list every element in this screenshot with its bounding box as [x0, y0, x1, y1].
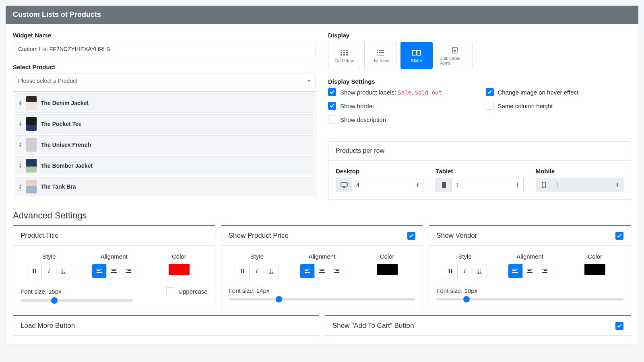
italic-button[interactable]: I — [250, 264, 264, 278]
align-center-button[interactable] — [315, 264, 329, 278]
font-size-slider[interactable] — [229, 298, 416, 300]
product-title-card: Product Title Style B I U — [13, 225, 215, 309]
svg-rect-0 — [341, 50, 342, 51]
product-name: The Denim Jacket — [41, 100, 89, 106]
grid-view-button[interactable]: Grid View — [328, 42, 360, 69]
widget-name-label: Widget Name — [13, 32, 316, 39]
align-right-button[interactable] — [537, 264, 552, 278]
card-title: Show Product Price — [229, 232, 289, 240]
bold-button[interactable]: B — [235, 264, 250, 278]
ppr-tablet-select[interactable]: 1▲▼ — [436, 178, 523, 192]
color-swatch[interactable] — [377, 264, 398, 275]
align-right-button[interactable] — [121, 264, 136, 278]
stepper-icon: ▲▼ — [416, 183, 419, 187]
list-item[interactable]: ▲▼ The Unisex French — [15, 135, 314, 154]
desktop-icon — [336, 178, 352, 192]
card-title: Product Title — [21, 232, 59, 240]
slider-thumb[interactable] — [276, 296, 282, 302]
slider-thumb[interactable] — [463, 296, 470, 302]
font-size-slider[interactable] — [436, 298, 623, 300]
svg-rect-9 — [377, 50, 378, 51]
svg-rect-11 — [377, 52, 378, 53]
style-heading: Style — [21, 253, 78, 260]
svg-rect-14 — [379, 55, 384, 56]
font-size-slider[interactable] — [21, 299, 133, 302]
slider-button[interactable]: Slider — [400, 42, 433, 69]
product-thumb — [26, 180, 37, 193]
color-heading: Color — [359, 253, 416, 260]
alignment-heading: Alignment — [86, 253, 143, 260]
align-center-button[interactable] — [107, 264, 121, 278]
color-heading: Color — [151, 253, 208, 260]
sort-handle-icon[interactable]: ▲▼ — [19, 184, 22, 189]
align-left-button[interactable] — [92, 264, 107, 278]
ppr-tablet-label: Tablet — [436, 168, 523, 175]
underline-button[interactable]: U — [472, 264, 487, 278]
ppr-desktop-label: Desktop — [336, 168, 423, 175]
product-name: The Pocket Tee — [41, 121, 82, 127]
list-icon — [377, 49, 384, 57]
add-to-cart-toggle-checkbox[interactable] — [615, 322, 623, 330]
grid-icon — [341, 49, 348, 57]
sort-handle-icon[interactable]: ▲▼ — [19, 142, 22, 148]
bold-button[interactable]: B — [443, 264, 458, 278]
stepper-icon: ▲▼ — [516, 183, 519, 187]
product-thumb — [26, 96, 37, 110]
hover-effect-checkbox[interactable] — [486, 88, 494, 96]
widget-name-input[interactable] — [13, 42, 316, 56]
svg-rect-4 — [343, 52, 345, 53]
same-height-checkbox[interactable] — [486, 102, 494, 110]
mobile-icon — [536, 178, 552, 192]
disp-label: Grid View — [334, 58, 353, 63]
slider-icon — [412, 49, 421, 57]
svg-rect-13 — [377, 55, 378, 56]
italic-button[interactable]: I — [458, 264, 472, 278]
align-left-button[interactable] — [508, 264, 523, 278]
select-product-dropdown[interactable]: Please select a Product — [13, 74, 316, 88]
stepper-icon: ▲▼ — [616, 183, 619, 187]
same-height-label: Same column height — [498, 103, 553, 109]
underline-button[interactable]: U — [264, 264, 279, 278]
product-thumb — [26, 117, 37, 131]
show-border-checkbox[interactable] — [328, 102, 336, 110]
show-description-checkbox[interactable] — [328, 115, 336, 123]
sort-handle-icon[interactable]: ▲▼ — [19, 163, 22, 169]
list-item[interactable]: ▲▼ The Pocket Tee — [15, 114, 314, 134]
svg-rect-23 — [442, 182, 446, 188]
card-title: Show Vendor — [436, 232, 477, 240]
color-swatch[interactable] — [169, 264, 190, 275]
alignment-heading: Alignment — [502, 253, 559, 260]
ppr-desktop-select[interactable]: 4▲▼ — [336, 178, 423, 192]
list-item[interactable]: ▲▼ The Tank Bra — [15, 177, 314, 196]
slider-thumb[interactable] — [51, 297, 58, 304]
product-name: The Bomber Jacket — [41, 162, 93, 169]
list-item[interactable]: ▲▼ The Denim Jacket — [15, 93, 314, 113]
align-right-button[interactable] — [329, 264, 344, 278]
uppercase-checkbox[interactable] — [166, 287, 174, 295]
color-swatch[interactable] — [584, 264, 605, 275]
vendor-toggle-checkbox[interactable] — [615, 232, 623, 240]
svg-rect-2 — [346, 50, 348, 51]
list-view-button[interactable]: List View — [364, 42, 396, 69]
align-left-button[interactable] — [300, 264, 315, 278]
bold-button[interactable]: B — [27, 264, 42, 278]
uppercase-label: Uppercase — [178, 288, 208, 295]
show-labels-checkbox[interactable] — [328, 88, 336, 96]
price-toggle-checkbox[interactable] — [407, 232, 415, 240]
italic-button[interactable]: I — [42, 264, 56, 278]
sort-handle-icon[interactable]: ▲▼ — [19, 121, 22, 127]
alignment-buttons — [92, 264, 136, 278]
card-title: Load More Button — [21, 322, 75, 330]
select-product-label: Select Product — [13, 64, 316, 70]
align-center-button[interactable] — [523, 264, 537, 278]
font-size-label: Font size: 14px — [229, 287, 270, 294]
sort-handle-icon[interactable]: ▲▼ — [19, 100, 22, 106]
svg-rect-6 — [341, 54, 342, 56]
list-item[interactable]: ▲▼ The Bomber Jacket — [15, 156, 314, 175]
underline-button[interactable]: U — [56, 264, 71, 278]
show-description-label: Show description — [340, 116, 386, 123]
bulk-order-button[interactable]: Bulk Order Form — [437, 42, 473, 69]
product-list: ▲▼ The Denim Jacket ▲▼ The Pocket Tee ▲▼… — [13, 91, 316, 198]
svg-rect-5 — [346, 52, 348, 53]
style-heading: Style — [436, 253, 493, 260]
